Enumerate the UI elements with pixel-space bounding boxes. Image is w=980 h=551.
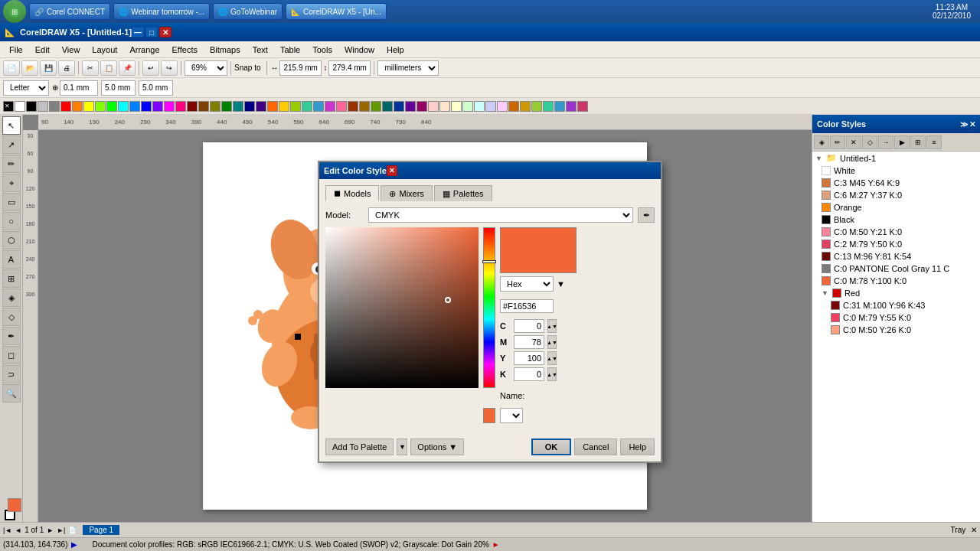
new-style-button[interactable]: ◈ <box>814 135 829 149</box>
cancel-button[interactable]: Cancel <box>574 439 617 455</box>
zoom-tool[interactable]: 🔍 <box>2 384 21 403</box>
palette-swatch-yellowgreen[interactable] <box>290 101 301 112</box>
subselect-tool[interactable]: ↗ <box>2 135 21 154</box>
tree-item-c0m79[interactable]: C:0 M:79 Y:55 K:0 <box>812 311 980 324</box>
tree-item-c2m79[interactable]: C:2 M:79 Y:50 K:0 <box>812 238 980 250</box>
freehand-tool[interactable]: ✏ <box>2 155 21 173</box>
from-selected-button[interactable]: ◇ <box>862 135 877 149</box>
next-page-button[interactable]: ► <box>47 527 54 534</box>
menu-help[interactable]: Help <box>381 44 410 56</box>
palette-swatch-cream[interactable] <box>451 101 462 112</box>
hex-format-select[interactable]: Hex Decimal Percent <box>500 276 554 292</box>
c-spinner[interactable]: ▲▼ <box>547 319 557 333</box>
help-button[interactable]: Help <box>620 439 655 455</box>
palette-swatch-tan[interactable] <box>359 101 370 112</box>
tree-item-c0m78[interactable]: C:0 M:78 Y:100 K:0 <box>812 275 980 287</box>
page-size-select[interactable]: Letter <box>3 80 49 96</box>
palette-swatch-olive[interactable] <box>210 101 220 112</box>
palette-swatch-maroon[interactable] <box>187 101 198 112</box>
tree-item-c13m96[interactable]: C:13 M:96 Y:81 K:54 <box>812 250 980 262</box>
tree-item-orange[interactable]: Orange <box>812 201 980 214</box>
palette-swatch-teal[interactable] <box>233 101 243 112</box>
prev-page-button[interactable]: ◄ <box>15 527 21 534</box>
panel-expand-button[interactable]: ≫ <box>960 120 968 129</box>
save-button[interactable]: 💾 <box>40 60 57 76</box>
tree-item-red[interactable]: ▼ Red <box>812 287 980 299</box>
fill-tool[interactable]: ◈ <box>2 289 21 307</box>
palette-swatch-rust[interactable] <box>348 101 358 112</box>
menu-effects[interactable]: Effects <box>166 44 204 56</box>
ellipse-tool[interactable]: ○ <box>2 212 21 230</box>
redo-button[interactable]: ↪ <box>161 60 178 76</box>
tree-item-white[interactable]: White <box>812 165 980 177</box>
last-page-button[interactable]: ►| <box>57 527 65 534</box>
palette-swatch-mintcream[interactable] <box>462 101 473 112</box>
zoom-select[interactable]: 69%50%100% <box>185 60 227 76</box>
palette-swatch-blue[interactable] <box>129 101 140 112</box>
tree-item-black[interactable]: Black <box>812 214 980 226</box>
eyedropper-tool[interactable]: ✒ <box>2 327 21 345</box>
add-to-palette-dropdown[interactable]: ▼ <box>397 439 407 455</box>
menu-bitmaps[interactable]: Bitmaps <box>204 44 247 56</box>
start-button[interactable]: ⊞ <box>3 0 26 23</box>
palette-swatch-purple[interactable] <box>256 101 266 112</box>
palette-swatch-grape[interactable] <box>405 101 416 112</box>
palette-swatch-lavender[interactable] <box>485 101 496 112</box>
tray-close-button[interactable]: ✕ <box>971 526 977 534</box>
taskbar-webinar[interactable]: 🌐 Webinar tomorrow -... <box>113 3 210 20</box>
paste-button[interactable]: 📌 <box>119 60 136 76</box>
tree-item-c31m100[interactable]: C:31 M:100 Y:96 K:43 <box>812 299 980 311</box>
palette-swatch-mediumseagreen[interactable] <box>543 101 554 112</box>
menu-view[interactable]: View <box>56 44 87 56</box>
taskbar-corel-connect[interactable]: 🔗 Corel CONNECT <box>29 3 110 20</box>
outline-tool[interactable]: ◻ <box>2 346 21 364</box>
height-input[interactable] <box>328 60 371 76</box>
edit-style-button[interactable]: ✏ <box>830 135 845 149</box>
hue-strip[interactable] <box>483 227 495 388</box>
tab-palettes[interactable]: ▦ Palettes <box>434 185 492 201</box>
offset-x-input[interactable] <box>101 80 136 96</box>
hex-value-input[interactable] <box>500 299 554 313</box>
palette-swatch-lime[interactable] <box>95 101 106 112</box>
smart-tool[interactable]: ⌖ <box>2 174 21 192</box>
menu-layout[interactable]: Layout <box>86 44 123 56</box>
tolerance-input[interactable] <box>60 80 98 96</box>
palette-swatch-orange[interactable] <box>72 101 83 112</box>
palette-swatch-raspberry[interactable] <box>416 101 427 112</box>
palette-swatch-silver[interactable] <box>38 101 48 112</box>
tree-item-c3m45[interactable]: C:3 M45 Y:64 K:9 <box>812 177 980 189</box>
palette-swatch-hotpink[interactable] <box>336 101 347 112</box>
palette-swatch-lightpink[interactable] <box>428 101 439 112</box>
style-filter-button[interactable]: ≡ <box>926 135 942 149</box>
y-input[interactable] <box>514 351 544 365</box>
select-tool[interactable]: ↖ <box>2 116 21 135</box>
color-gradient-square[interactable] <box>325 227 479 388</box>
taskbar-coreldraw[interactable]: 📐 CorelDRAW X5 - [Un... <box>286 3 387 20</box>
palette-swatch-darkgreen[interactable] <box>221 101 232 112</box>
selection-handle[interactable] <box>295 334 301 340</box>
interactive-fill-tool[interactable]: ◇ <box>2 308 21 326</box>
palette-swatch-chartreuse[interactable] <box>531 101 542 112</box>
print-button[interactable]: 🖨 <box>58 60 75 76</box>
palette-swatch-seafoam[interactable] <box>302 101 312 112</box>
palette-swatch-magenta[interactable] <box>164 101 175 112</box>
style-view-button[interactable]: ⊞ <box>910 135 926 149</box>
tree-item-untitled[interactable]: ▼ 📁 Untitled-1 <box>812 152 980 165</box>
tree-item-c6m27[interactable]: C:6 M:27 Y:37 K:0 <box>812 189 980 201</box>
eyedropper-button[interactable]: ✒ <box>638 207 655 223</box>
k-input[interactable] <box>514 367 544 381</box>
menu-arrange[interactable]: Arrange <box>123 44 165 56</box>
tab-models[interactable]: ◼ Models <box>325 185 379 201</box>
palette-swatch-goldenrod[interactable] <box>520 101 531 112</box>
profile-expand-button[interactable]: ► <box>492 540 500 549</box>
polygon-tool[interactable]: ⬡ <box>2 231 21 249</box>
menu-text[interactable]: Text <box>247 44 274 56</box>
options-button[interactable]: Options ▼ <box>410 439 464 455</box>
delete-style-button[interactable]: ✕ <box>846 135 861 149</box>
menu-window[interactable]: Window <box>338 44 381 56</box>
add-page-button[interactable]: 📄 <box>68 527 77 534</box>
y-spinner[interactable]: ▲▼ <box>547 351 557 365</box>
close-button[interactable]: ✕ <box>159 27 172 37</box>
palette-swatch-peach[interactable] <box>439 101 450 112</box>
palette-swatch-skyblue[interactable] <box>313 101 324 112</box>
